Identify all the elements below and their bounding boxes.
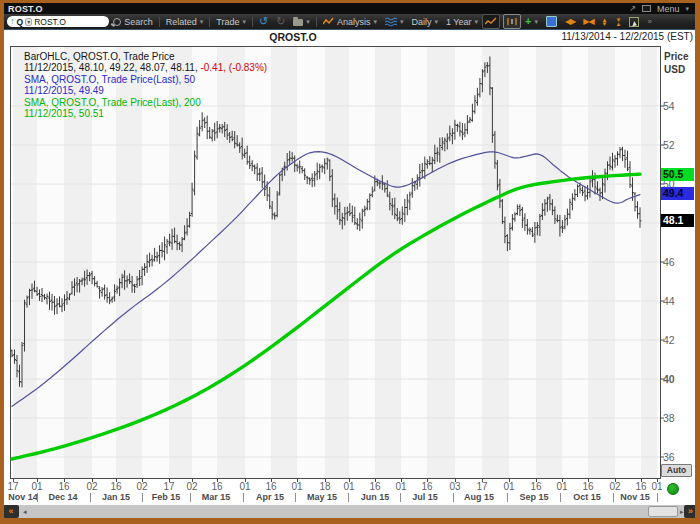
selection-rectangle-icon [629, 17, 639, 27]
time-axis-scrollbar[interactable]: « ◂ ▸ » [3, 505, 697, 518]
symbol-type-dropdown[interactable]: ▾ [25, 18, 32, 26]
toolbar-separator [209, 17, 210, 27]
toolbar-separator [159, 17, 160, 27]
undo-icon: ↺ [259, 16, 268, 27]
toolbar-overflow-button[interactable]: » [643, 14, 655, 29]
expand-horizontal-button[interactable]: ◀▶ [561, 14, 579, 29]
window-title: ROST.O [3, 4, 43, 14]
compress-horizontal-button[interactable]: ▶◀ [579, 14, 597, 29]
search-icon [113, 18, 121, 26]
titlebar-controls: ↗ Menu ▾ [629, 4, 697, 14]
chart-background [3, 30, 697, 519]
crosshair-icon: + [525, 16, 531, 27]
chevron-down-icon: ▾ [474, 18, 478, 25]
redo-icon: ↻ [276, 16, 285, 27]
expand-vertical-icon: ▲▼ [602, 18, 608, 26]
interval-dropdown[interactable]: Daily ▾ [407, 14, 442, 29]
trade-dropdown[interactable]: Trade ▾ [212, 14, 250, 29]
quote-type-label: Q [17, 17, 24, 27]
analysis-zigzag-icon [323, 17, 334, 26]
related-dropdown[interactable]: Related ▾ [162, 14, 208, 29]
chevron-down-icon: ▾ [306, 18, 310, 25]
menu-button[interactable]: Menu [657, 4, 680, 14]
window-titlebar: ROST.O ↗ Menu ▾ [3, 3, 697, 14]
zoom-select-button[interactable] [625, 14, 643, 29]
toolbar-separator [316, 17, 317, 27]
menu-caret-icon: ▾ [685, 5, 689, 12]
scroll-step-right-icon[interactable]: ▸ [680, 508, 684, 515]
popout-icon[interactable]: ↗ [629, 5, 636, 13]
redo-button[interactable]: ↻ [272, 14, 289, 29]
annotation-button[interactable] [542, 14, 561, 29]
open-chart-button[interactable]: ▾ [289, 14, 314, 29]
window-border-top [0, 0, 700, 3]
window-border-left [0, 0, 4, 524]
chevron-down-icon: ▾ [373, 18, 377, 25]
chevron-down-icon: ▾ [434, 18, 438, 25]
restore-window-icon[interactable] [642, 5, 651, 12]
expand-vertical-button[interactable]: ▲▼ [598, 14, 612, 29]
chevron-down-icon: ▾ [242, 18, 246, 25]
chevron-down-icon: ▾ [200, 18, 204, 25]
window-border-right [695, 0, 700, 524]
folder-icon [293, 19, 303, 26]
search-button[interactable]: Search [109, 14, 157, 29]
range-dropdown[interactable]: 1 Year ▾ [442, 14, 482, 29]
analysis-dropdown[interactable]: Analysis ▾ [319, 14, 381, 29]
time-compress-button[interactable]: ▼▲ [612, 14, 626, 29]
bar-chart-icon [506, 17, 518, 26]
chevron-down-icon: ▾ [534, 18, 538, 25]
window-border-bottom [0, 518, 700, 524]
crosshair-dropdown[interactable]: + ▾ [521, 14, 542, 29]
scroll-step-left-icon[interactable]: ◂ [23, 508, 27, 515]
symbol-input[interactable] [34, 17, 106, 27]
wave-overlay-dropdown[interactable]: ▾ [381, 14, 408, 29]
axis-auto-scale-button[interactable]: Auto [661, 464, 692, 477]
quote-up-arrow-icon: ↑ [10, 17, 15, 26]
scroll-far-left-button[interactable]: « [3, 505, 19, 518]
note-icon [546, 16, 557, 27]
hourglass-icon: ▼▲ [616, 18, 622, 26]
application-window: QROST.O 11/13/2014 - 12/2/2015 (EST) Pri… [0, 0, 700, 524]
chart-type-bar-button[interactable] [503, 14, 521, 29]
chart-toolbar: ↑ Q ▾ Search Related ▾ Trade ▾ ↺ ↻ ▾ Ana [3, 14, 697, 30]
scrollbar-thumb[interactable] [648, 506, 678, 517]
undo-button[interactable]: ↺ [255, 14, 272, 29]
toolbar-separator [252, 17, 253, 27]
chart-type-line-button[interactable] [482, 14, 500, 29]
symbol-search-field[interactable]: ↑ Q ▾ [7, 16, 109, 27]
chevron-down-icon: ▾ [400, 18, 404, 25]
line-chart-icon [485, 17, 497, 26]
waves-icon [385, 17, 397, 27]
